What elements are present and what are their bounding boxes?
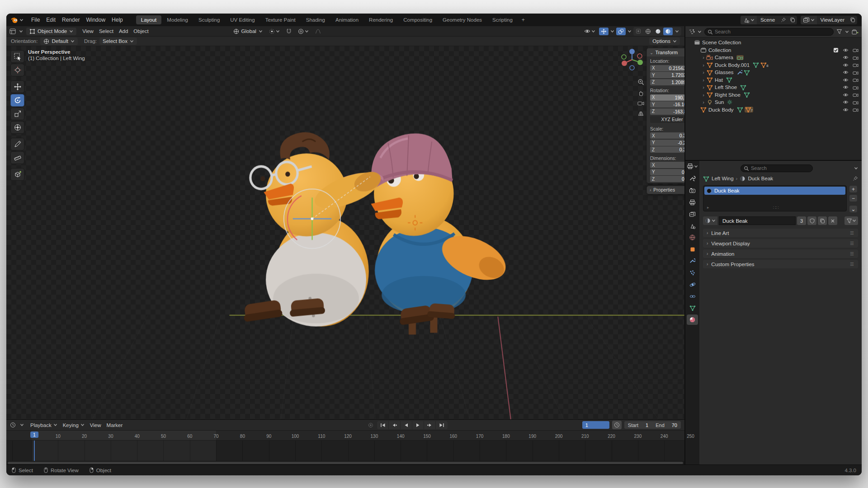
chevron-down-icon[interactable] <box>627 30 632 33</box>
outliner-row-glasses[interactable]: ›Glasses <box>685 69 862 76</box>
tool-measure-button[interactable] <box>10 151 24 164</box>
menu-render[interactable]: Render <box>59 15 83 24</box>
auto-keying-icon[interactable] <box>368 422 373 428</box>
properties-tab-object-data[interactable] <box>687 303 698 313</box>
duck-body-001-disable-render-camera-toggle[interactable] <box>853 62 859 67</box>
options-dropdown[interactable]: Options <box>649 38 680 45</box>
new-collection-icon[interactable] <box>852 29 859 35</box>
fake-user-shield-icon[interactable] <box>807 216 816 225</box>
expand-arrow-icon[interactable]: › <box>701 63 706 67</box>
workspace-tab-shading[interactable]: Shading <box>301 15 330 24</box>
shading-material-button[interactable] <box>663 28 673 35</box>
outliner-search-input[interactable] <box>704 28 834 36</box>
timeline-menu-view[interactable]: View <box>88 422 104 429</box>
scale-x-field[interactable]: X0.367 <box>650 132 684 139</box>
duck-body-hide-eye-toggle[interactable] <box>843 108 849 112</box>
outliner-row-sun[interactable]: ›Sun <box>685 99 862 106</box>
tool-transform-button[interactable] <box>10 121 24 134</box>
dimensions-z-field[interactable]: Z0.712 m <box>650 176 684 182</box>
transform-orientation-dropdown[interactable]: Global <box>231 28 264 35</box>
scale-y-field[interactable]: Y-0.270 <box>650 140 684 146</box>
outliner-row-collection[interactable]: Collection <box>685 47 862 54</box>
collection-disable-render-camera-toggle[interactable] <box>853 47 859 52</box>
current-frame-field[interactable]: 1 <box>582 421 609 429</box>
jump-end-button[interactable] <box>436 421 448 429</box>
viewport-menu-add[interactable]: Add <box>116 28 131 35</box>
properties-tab-particles[interactable] <box>687 267 698 278</box>
dimensions-x-field[interactable]: X1.56 m <box>650 162 684 168</box>
unlink-x-icon[interactable] <box>828 216 837 225</box>
menu-help[interactable]: Help <box>108 15 126 24</box>
outliner-row-scene-collection[interactable]: Scene Collection <box>685 39 862 47</box>
section-custom-properties[interactable]: ›Custom Properties☰ <box>703 260 858 268</box>
viewport-canvas[interactable]: User Perspective (1) Collection | Left W… <box>6 46 684 419</box>
play-reverse-button[interactable] <box>401 421 412 429</box>
breadcrumb-data[interactable]: Duck Beak <box>748 176 773 181</box>
expand-arrow-icon[interactable]: › <box>701 55 706 60</box>
chevron-down-icon[interactable] <box>610 30 614 33</box>
playhead-line[interactable] <box>34 441 35 461</box>
outliner-row-hat[interactable]: ›Hat <box>685 76 862 84</box>
orientation-setting-dropdown[interactable]: Default <box>40 38 77 45</box>
expand-arrow-icon[interactable]: › <box>701 70 706 75</box>
transform-panel-header[interactable]: ⌄ Transform ☰ <box>647 48 684 56</box>
outliner-row-duck-body-001[interactable]: ›Duck Body.0018 <box>685 61 862 69</box>
properties-tab-modifiers[interactable] <box>687 256 698 266</box>
viewport-menu-select[interactable]: Select <box>96 28 116 35</box>
xray-toggle[interactable] <box>634 28 643 35</box>
show-overlays-toggle[interactable] <box>616 28 626 35</box>
display-mode-icon[interactable] <box>689 29 695 35</box>
copy-icon[interactable] <box>848 16 857 24</box>
navigation-gizmo[interactable] <box>619 47 645 72</box>
section-viewport-display[interactable]: ›Viewport Display☰ <box>703 239 858 248</box>
jump-start-button[interactable] <box>377 421 389 429</box>
section-line-art[interactable]: ›Line Art☰ <box>703 229 858 237</box>
properties-editor-type-dropdown[interactable] <box>687 163 698 169</box>
properties-tab-tool[interactable] <box>687 174 698 184</box>
collection-hide-eye-toggle[interactable] <box>843 48 849 52</box>
properties-search[interactable] <box>741 164 813 172</box>
proportional-falloff-toggle[interactable] <box>313 28 323 35</box>
zoom-in-icon[interactable] <box>637 79 644 85</box>
chevron-down-icon[interactable] <box>845 30 849 33</box>
scene-selector[interactable]: Scene <box>741 16 797 24</box>
editor-type-3d-viewport-icon[interactable] <box>9 28 16 34</box>
left-shoe-disable-render-camera-toggle[interactable] <box>853 85 859 90</box>
copy-icon[interactable] <box>788 16 797 24</box>
properties-tab-scene[interactable] <box>687 221 698 231</box>
right-shoe-hide-eye-toggle[interactable] <box>843 93 849 97</box>
viewport-menu-object[interactable]: Object <box>131 28 151 35</box>
snap-target-dropdown[interactable] <box>267 28 282 35</box>
slot-specials-dropdown[interactable]: ⌄ <box>849 205 858 213</box>
hat-disable-render-camera-toggle[interactable] <box>853 77 859 82</box>
hat-hide-eye-toggle[interactable] <box>843 78 849 82</box>
duck-body-disable-render-camera-toggle[interactable] <box>853 107 859 112</box>
tool-move-button[interactable] <box>10 80 24 93</box>
material-datablock-dropdown[interactable] <box>703 216 717 225</box>
object-type-visibility-dropdown[interactable] <box>582 28 597 34</box>
editor-type-timeline-icon[interactable] <box>10 422 16 428</box>
tool-cursor-button[interactable] <box>10 64 24 76</box>
shading-dropdown[interactable] <box>673 29 681 34</box>
camera-view-icon[interactable] <box>637 100 644 106</box>
tool-select-box-button[interactable] <box>10 50 24 63</box>
tool-scale-button[interactable] <box>10 108 24 120</box>
outliner-row-camera[interactable]: ›Camera <box>685 54 862 61</box>
timeline-ruler[interactable]: 1020304050607080901001101201301401501601… <box>6 431 684 441</box>
left-shoe-hide-eye-toggle[interactable] <box>843 85 849 89</box>
outliner-row-left-shoe[interactable]: ›Left Shoe <box>685 84 862 91</box>
grid-toggle-icon[interactable] <box>637 110 644 117</box>
camera-disable-render-camera-toggle[interactable] <box>853 55 859 60</box>
workspace-tab-texture-paint[interactable]: Texture Paint <box>260 15 301 24</box>
expand-arrow-icon[interactable]: › <box>701 85 706 89</box>
location-x-field[interactable]: X0.21563 m <box>650 65 684 71</box>
expand-arrow-icon[interactable]: › <box>701 100 706 104</box>
properties-tab-object[interactable] <box>687 244 698 254</box>
workspace-tab-compositing[interactable]: Compositing <box>398 15 437 24</box>
next-keyframe-button[interactable] <box>424 421 436 429</box>
location-y-field[interactable]: Y1.7202 m <box>650 72 684 78</box>
material-name-field[interactable] <box>719 216 796 225</box>
properties-subpanel-header[interactable]: › Properties ☰ <box>647 186 684 194</box>
rotation-z-field[interactable]: Z-163.82° <box>650 108 684 115</box>
play-button[interactable] <box>412 421 424 429</box>
